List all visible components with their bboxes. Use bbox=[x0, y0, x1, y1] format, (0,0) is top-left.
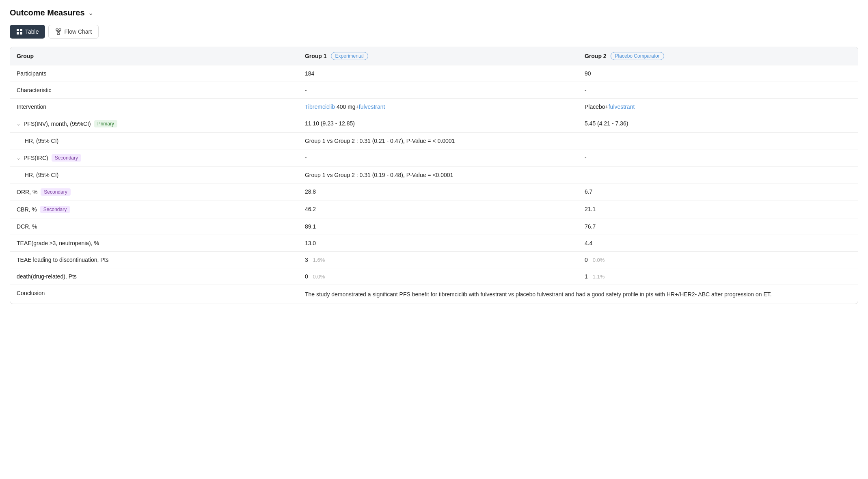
col-group1: Group 1 Experimental bbox=[298, 47, 578, 65]
svg-rect-4 bbox=[56, 29, 58, 30]
label-teae-grade3: TEAE(grade ≥3, neutropenia), % bbox=[10, 235, 298, 252]
toolbar: Table Flow Chart bbox=[10, 25, 858, 39]
pfs-irc-text: PFS(IRC) bbox=[24, 155, 48, 161]
row-characteristic: Characteristic - - bbox=[10, 82, 858, 99]
cbr-text: CBR, % bbox=[17, 206, 37, 213]
table-button[interactable]: Table bbox=[10, 25, 45, 39]
group2-death-drug: 1 1.1% bbox=[578, 268, 858, 285]
collapse-icon-pfs-irc[interactable]: ⌄ bbox=[17, 155, 20, 161]
group1-badge: Experimental bbox=[331, 52, 368, 60]
label-pfs-inv: ⌄ PFS(INV), month, (95%CI) Primary bbox=[10, 115, 298, 133]
group1-death-pct: 0.0% bbox=[313, 274, 325, 280]
table-button-label: Table bbox=[25, 28, 39, 35]
group1-death-drug: 0 0.0% bbox=[298, 268, 578, 285]
group1-orr: 28.8 bbox=[298, 183, 578, 201]
group1-pfs-irc: - bbox=[298, 149, 578, 167]
svg-rect-1 bbox=[20, 29, 22, 31]
svg-rect-5 bbox=[59, 29, 61, 30]
label-dcr: DCR, % bbox=[10, 218, 298, 235]
pfs-irc-hr-value: Group 1 vs Group 2 : 0.31 (0.19 - 0.48),… bbox=[298, 167, 858, 183]
orr-text: ORR, % bbox=[17, 189, 37, 195]
badge-secondary-pfs-irc: Secondary bbox=[52, 154, 81, 162]
outcome-measures-table: Group Group 1 Experimental Group 2 Place… bbox=[10, 47, 858, 304]
link-tibremciclib[interactable]: Tibremciclib bbox=[305, 104, 335, 110]
group1-label: Group 1 bbox=[305, 53, 327, 59]
col-group2: Group 2 Placebo Comparator bbox=[578, 47, 858, 65]
pfs-inv-hr-value: Group 1 vs Group 2 : 0.31 (0.21 - 0.47),… bbox=[298, 133, 858, 149]
row-pfs-inv: ⌄ PFS(INV), month, (95%CI) Primary 11.10… bbox=[10, 115, 858, 133]
link-fulvestrant-g2[interactable]: fulvestrant bbox=[609, 104, 635, 110]
row-pfs-irc-hr: HR, (95% CI) Group 1 vs Group 2 : 0.31 (… bbox=[10, 167, 858, 183]
svg-rect-0 bbox=[17, 29, 19, 31]
group1-intervention: Tibremciclib 400 mg+fulvestrant bbox=[298, 99, 578, 115]
group2-teae-grade3: 4.4 bbox=[578, 235, 858, 252]
link-fulvestrant-g1[interactable]: fulvestrant bbox=[359, 104, 385, 110]
row-conclusion: Conclusion The study demonstrated a sign… bbox=[10, 285, 858, 304]
row-intervention: Intervention Tibremciclib 400 mg+fulvest… bbox=[10, 99, 858, 115]
collapse-icon-pfs-inv[interactable]: ⌄ bbox=[17, 121, 20, 127]
row-orr: ORR, % Secondary 28.8 6.7 bbox=[10, 183, 858, 201]
row-participants: Participants 184 90 bbox=[10, 65, 858, 82]
label-death-drug: death(drug-related), Pts bbox=[10, 268, 298, 285]
group2-death-pct: 1.1% bbox=[593, 274, 605, 280]
label-teae-discontinue: TEAE leading to discontinuation, Pts bbox=[10, 252, 298, 268]
group2-pfs-irc: - bbox=[578, 149, 858, 167]
label-pfs-irc: ⌄ PFS(IRC) Secondary bbox=[10, 149, 298, 167]
group2-label: Group 2 bbox=[585, 53, 607, 59]
group2-participants: 90 bbox=[578, 65, 858, 82]
pfs-inv-text: PFS(INV), month, (95%CI) bbox=[24, 121, 91, 127]
group1-teae-pct: 1.6% bbox=[313, 257, 325, 263]
group2-dcr: 76.7 bbox=[578, 218, 858, 235]
row-teae-discontinue: TEAE leading to discontinuation, Pts 3 1… bbox=[10, 252, 858, 268]
badge-secondary-orr: Secondary bbox=[41, 188, 70, 196]
label-conclusion: Conclusion bbox=[10, 285, 298, 304]
col-group: Group bbox=[10, 47, 298, 65]
row-pfs-inv-hr: HR, (95% CI) Group 1 vs Group 2 : 0.31 (… bbox=[10, 133, 858, 149]
badge-primary-pfs-inv: Primary bbox=[94, 120, 117, 127]
row-pfs-irc: ⌄ PFS(IRC) Secondary - - bbox=[10, 149, 858, 167]
conclusion-text: The study demonstrated a significant PFS… bbox=[298, 285, 858, 304]
flowchart-button[interactable]: Flow Chart bbox=[48, 25, 99, 39]
badge-secondary-cbr: Secondary bbox=[40, 206, 70, 213]
svg-rect-2 bbox=[17, 32, 19, 35]
table-header-row: Group Group 1 Experimental Group 2 Place… bbox=[10, 47, 858, 65]
group2-badge: Placebo Comparator bbox=[611, 52, 664, 60]
label-pfs-irc-hr: HR, (95% CI) bbox=[10, 167, 298, 183]
label-characteristic: Characteristic bbox=[10, 82, 298, 99]
group2-intervention: Placebo+fulvestrant bbox=[578, 99, 858, 115]
table-icon bbox=[16, 28, 23, 35]
chevron-down-icon[interactable]: ⌄ bbox=[88, 9, 93, 17]
group1-characteristic: - bbox=[298, 82, 578, 99]
group1-pfs-inv: 11.10 (9.23 - 12.85) bbox=[298, 115, 578, 133]
row-dcr: DCR, % 89.1 76.7 bbox=[10, 218, 858, 235]
label-participants: Participants bbox=[10, 65, 298, 82]
page-title: Outcome Measures bbox=[10, 8, 85, 17]
group2-orr: 6.7 bbox=[578, 183, 858, 201]
group1-participants: 184 bbox=[298, 65, 578, 82]
group1-teae-discontinue: 3 1.6% bbox=[298, 252, 578, 268]
group2-pfs-inv: 5.45 (4.21 - 7.36) bbox=[578, 115, 858, 133]
row-death-drug: death(drug-related), Pts 0 0.0% 1 1.1% bbox=[10, 268, 858, 285]
label-intervention: Intervention bbox=[10, 99, 298, 115]
group2-teae-discontinue: 0 0.0% bbox=[578, 252, 858, 268]
group2-characteristic: - bbox=[578, 82, 858, 99]
group2-cbr: 21.1 bbox=[578, 201, 858, 218]
row-teae-grade3: TEAE(grade ≥3, neutropenia), % 13.0 4.4 bbox=[10, 235, 858, 252]
flowchart-button-label: Flow Chart bbox=[64, 28, 92, 35]
row-cbr: CBR, % Secondary 46.2 21.1 bbox=[10, 201, 858, 218]
group1-teae-grade3: 13.0 bbox=[298, 235, 578, 252]
group2-teae-pct: 0.0% bbox=[593, 257, 605, 263]
group1-dcr: 89.1 bbox=[298, 218, 578, 235]
group1-cbr: 46.2 bbox=[298, 201, 578, 218]
svg-rect-10 bbox=[57, 33, 60, 35]
label-cbr: CBR, % Secondary bbox=[10, 201, 298, 218]
flowchart-icon bbox=[55, 28, 62, 35]
label-pfs-inv-hr: HR, (95% CI) bbox=[10, 133, 298, 149]
label-orr: ORR, % Secondary bbox=[10, 183, 298, 201]
svg-rect-3 bbox=[20, 32, 22, 35]
